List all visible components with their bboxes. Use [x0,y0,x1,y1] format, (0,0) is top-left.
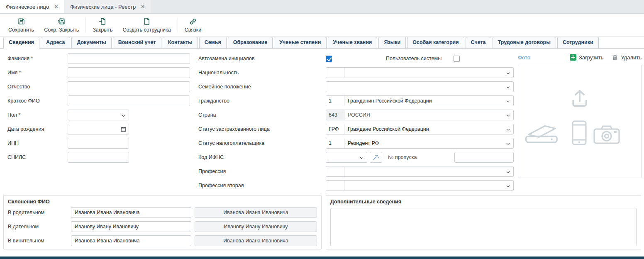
citizenship-code-input[interactable] [326,95,344,106]
tab-scheta[interactable]: Счета [466,37,491,48]
save-close-icon [58,17,66,26]
magic-wand-button[interactable] [370,152,382,163]
nationality-code-input[interactable] [326,67,344,78]
save-close-button[interactable]: Сохр. Закрыть [39,16,84,34]
birth-date-field [68,124,129,134]
genitive-suggest-button[interactable]: Иванова Ивана Ивановича [195,207,317,218]
save-button[interactable]: Сохранить [3,16,39,34]
photo-section: Фото Загрузить Удалить [518,52,642,178]
close-button[interactable]: Закрыть [88,16,117,34]
create-employee-button[interactable]: Создать сотрудника [117,16,176,34]
patronymic-label: Отчество [7,84,68,90]
additional-info-textarea[interactable] [330,208,637,246]
insured-status-select[interactable]: Граждане Российской Федерации [344,124,514,134]
close-tab-icon[interactable]: ✕ [141,4,145,9]
system-user-label: Пользователь системы [386,56,454,61]
tab-voinskiy-uchet[interactable]: Воинский учет [113,37,161,48]
name-input[interactable] [68,67,190,78]
save-close-button-label: Сохр. Закрыть [44,27,79,33]
surname-input[interactable] [68,53,190,64]
upload-photo-button[interactable]: Загрузить [570,54,603,61]
chevron-down-icon [506,184,510,188]
tab-adresa[interactable]: Адреса [41,37,70,48]
upload-arrow-icon [568,87,591,110]
person-form-window: Физическое лицо ✕ Физические лица - Реес… [0,0,644,259]
accusative-suggest-button[interactable]: Иванова Ивана Ивановича [195,235,317,246]
citizenship-value: Гражданин Российской Федерации [348,98,432,104]
phone-icon [571,120,587,147]
link-icon [189,17,197,26]
snils-input[interactable] [68,152,129,163]
dative-label: В дательном [8,224,71,230]
tab-dokumenty[interactable]: Документы [71,37,111,48]
nationality-label: Национальность [198,70,326,76]
bottom-bar [0,257,644,259]
photo-dropzone[interactable] [518,65,642,178]
taxpayer-status-value: Резидент РФ [348,140,379,146]
short-fio-input[interactable] [68,95,190,106]
nationality-select[interactable] [344,67,514,78]
inn-label: ИНН [7,140,68,146]
gender-label: Пол * [7,112,68,118]
birth-date-label: Дата рождения [7,126,68,132]
profession-code-input[interactable] [326,166,344,177]
country-select[interactable]: РОССИЯ [344,110,514,120]
tab-yazyki[interactable]: Языки [378,37,406,48]
chevron-down-icon [506,99,510,104]
ifns-code-select[interactable] [326,152,367,163]
calendar-icon[interactable] [120,126,127,132]
toolbar-separator [85,17,86,32]
delete-photo-button[interactable]: Удалить [612,54,642,61]
tab-uchenye-zvaniya[interactable]: Ученые звания [328,37,378,48]
gender-select[interactable] [68,110,129,120]
chevron-down-icon [506,170,510,174]
profession-select[interactable] [344,166,514,177]
chevron-down-icon [506,85,510,90]
declensions-title: Склонения ФИО [8,199,317,205]
tab-kontakty[interactable]: Контакты [163,37,198,48]
tab-uchenye-stepeni[interactable]: Ученые степени [274,37,326,48]
ifns-code-label: Код ИФНС [198,154,326,160]
tab-osobaya-kategoriya[interactable]: Особая категория [407,37,464,48]
links-button[interactable]: Связки [180,16,206,34]
patronymic-input[interactable] [68,81,190,92]
profession2-code-input[interactable] [326,180,344,191]
close-button-label: Закрыть [93,27,112,33]
tab-svedeniya[interactable]: Сведения [3,37,39,48]
window-tab-strip: Физическое лицо ✕ Физические лица - Реес… [0,0,644,14]
taxpayer-status-code-input[interactable] [326,138,344,149]
save-button-label: Сохранить [8,27,34,33]
accusative-input[interactable] [71,235,191,246]
window-tab-registry[interactable]: Физические лица - Реестр ✕ [64,0,151,13]
inn-input[interactable] [68,138,129,149]
short-fio-label: Краткое ФИО [7,98,68,104]
chevron-down-icon [506,71,510,76]
tab-trudovye-dogovory[interactable]: Трудовые договоры [493,37,556,48]
genitive-input[interactable] [71,207,191,218]
tab-sotrudniki[interactable]: Сотрудники [557,37,599,48]
links-button-label: Связки [185,27,201,33]
magic-wand-icon [373,154,379,161]
profession2-select[interactable] [344,180,514,191]
dative-suggest-button[interactable]: Иванову Ивану Ивановичу [195,221,317,232]
marital-status-select[interactable] [326,81,514,92]
taxpayer-status-select[interactable]: Резидент РФ [344,138,514,149]
auto-initials-checkbox[interactable] [326,56,332,62]
pass-number-input[interactable] [454,152,514,163]
country-code-input [326,110,344,120]
citizenship-select[interactable]: Гражданин Российской Федерации [344,95,514,106]
auto-initials-label: Автозамена инициалов [198,56,326,61]
birth-date-input[interactable] [68,124,129,134]
chevron-down-icon [121,113,126,118]
system-user-checkbox[interactable] [454,56,460,62]
toolbar-separator [178,17,178,32]
window-tab-person[interactable]: Физическое лицо ✕ [0,0,64,13]
chevron-down-icon [359,156,364,160]
close-tab-icon[interactable]: ✕ [54,4,58,9]
dative-input[interactable] [71,221,191,232]
tab-semya[interactable]: Семья [199,37,227,48]
save-icon [17,17,25,26]
insured-status-code-input[interactable] [326,124,344,134]
trash-icon [612,54,618,61]
tab-obrazovanie[interactable]: Образование [228,37,273,48]
